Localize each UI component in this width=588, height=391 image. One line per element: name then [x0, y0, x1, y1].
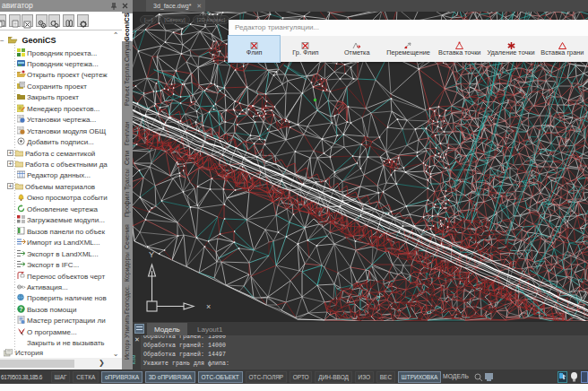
svg-text:Y: Y: [149, 250, 154, 259]
svg-text:×: ×: [206, 302, 211, 311]
